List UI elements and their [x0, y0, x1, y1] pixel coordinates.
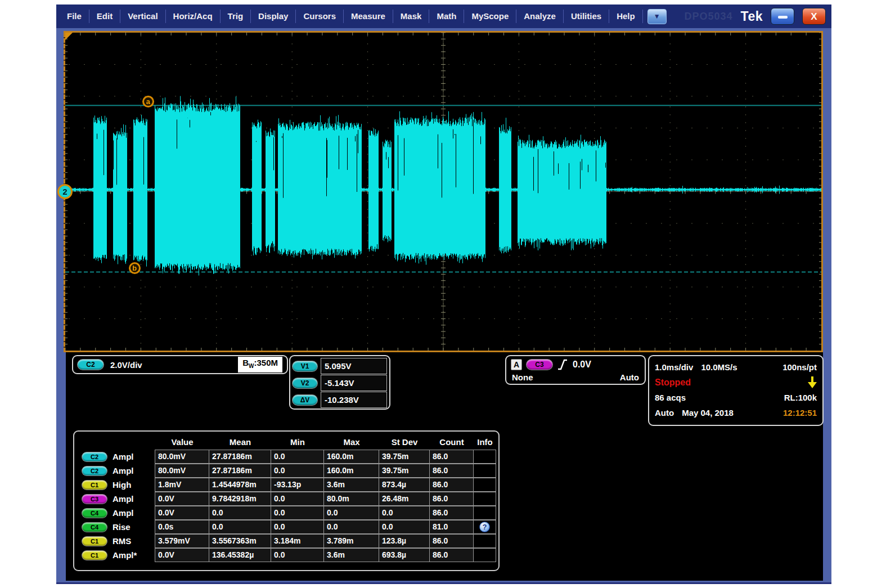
chevron-down-icon: ▼ — [654, 12, 660, 20]
menu-overflow-button[interactable]: ▼ — [647, 9, 667, 24]
cursor-b-marker[interactable]: b — [129, 262, 141, 274]
measurement-value: 0.0V — [155, 492, 209, 506]
trigger-source-badge: C3 — [527, 360, 552, 370]
trigger-sweep-mode: Auto — [620, 372, 639, 382]
menu-item-mask[interactable]: Mask — [393, 10, 430, 23]
tek-logo: Tek — [741, 9, 763, 24]
measurement-mean: 27.87186m — [209, 464, 271, 478]
trigger-type: None — [512, 372, 533, 382]
measurement-min: 0.0 — [271, 548, 324, 562]
measurement-column-header: Mean — [209, 435, 271, 450]
menu-item-horizacq[interactable]: Horiz/Acq — [166, 10, 221, 23]
measurement-value: 80.0mV — [155, 450, 209, 464]
measurement-rows: C2 Ampl 80.0mV 27.87186m 0.0 160.0m 39.7… — [75, 450, 497, 562]
date-label: May 04, 2018 — [682, 408, 734, 418]
measurement-count: 86.0 — [429, 534, 474, 548]
measurement-header-row: ValueMeanMinMaxSt DevCountInfo — [75, 435, 497, 450]
measurement-name: Rise — [113, 522, 131, 532]
menu-item-edit[interactable]: Edit — [89, 10, 120, 23]
measurement-stdev: 0.0 — [379, 506, 430, 520]
measurement-min: 0.0 — [271, 464, 324, 478]
info-help-icon[interactable]: ? — [479, 522, 490, 532]
measurement-row: C1 RMS 3.579mV 3.5567363m 3.184m 3.789m … — [75, 534, 497, 548]
menu-item-cursors[interactable]: Cursors — [296, 10, 344, 23]
measurement-value: 0.0V — [155, 506, 209, 520]
channel-scale: 2.0V/div — [110, 360, 142, 370]
trigger-readout-panel[interactable]: A C3 0.0V None Auto — [505, 355, 646, 385]
menu-item-math[interactable]: Math — [429, 10, 464, 23]
measurement-mean: 27.87186m — [209, 450, 271, 464]
measurement-row: C2 Ampl 80.0mV 27.87186m 0.0 160.0m 39.7… — [75, 450, 497, 464]
menu-item-measure[interactable]: Measure — [344, 10, 393, 23]
measurement-name: RMS — [113, 536, 131, 546]
measurement-stdev: 39.75m — [379, 450, 430, 464]
menu-items: FileEditVerticalHoriz/AcqTrigDisplayCurs… — [60, 5, 643, 28]
measurement-row: C4 Rise 0.0s 0.0 0.0 0.0 0.0 81.0 ? — [75, 520, 497, 534]
menu-item-trig[interactable]: Trig — [221, 10, 251, 23]
cursor-readout-panel[interactable]: V1 5.095V V2 -5.143V ΔV -10.238V — [289, 355, 390, 410]
measurement-mean: 9.7842918m — [209, 492, 271, 506]
channel-2-marker[interactable]: 2 — [57, 184, 73, 199]
cursor-value: 5.095V — [321, 358, 387, 374]
cursor-badge: V1 — [293, 361, 317, 371]
measurement-max: 0.0 — [323, 506, 379, 520]
measurement-stdev: 26.48m — [379, 492, 430, 506]
measurement-count: 86.0 — [429, 450, 474, 464]
cursor-value: -10.238V — [321, 392, 387, 408]
measurement-count: 86.0 — [429, 506, 474, 520]
horizontal-readout-panel[interactable]: 1.0ms/div 10.0MS/s 100ns/pt Stopped 86 a… — [648, 355, 824, 426]
measurement-stdev: 39.75m — [379, 464, 430, 478]
measurement-mean: 1.4544978m — [209, 478, 271, 492]
measurement-stdev: 0.0 — [379, 520, 430, 534]
download-arrow-icon — [808, 376, 817, 389]
measurement-name: High — [113, 480, 131, 490]
waveform-display[interactable]: 2 a b — [64, 31, 823, 352]
measurement-mean: 3.5567363m — [209, 534, 271, 548]
measurement-info-cell — [473, 492, 496, 506]
measurement-source-badge: C1 — [82, 481, 107, 490]
model-label: DPO5034 — [685, 11, 733, 23]
acquisition-status: Stopped — [655, 378, 691, 388]
measurement-min: 0.0 — [271, 450, 324, 464]
measurement-count: 86.0 — [429, 478, 474, 492]
measurement-name: Ampl — [113, 466, 134, 475]
status-area: C2 2.0V/div BW:350M V1 5.095V V2 -5.143V… — [66, 352, 823, 581]
menu-item-analyze[interactable]: Analyze — [516, 10, 564, 23]
bw-prefix: B — [242, 358, 249, 367]
measurement-max: 80.0m — [323, 492, 379, 506]
measurement-name: Ampl* — [113, 550, 137, 560]
measurement-info-cell — [473, 478, 496, 492]
measurement-row: C4 Ampl 0.0V 0.0 0.0 0.0 0.0 86.0 — [75, 506, 497, 520]
measurement-column-header: Count — [430, 435, 474, 450]
rising-edge-icon — [557, 358, 568, 371]
measurement-info-cell — [473, 464, 496, 478]
menu-item-vertical[interactable]: Vertical — [120, 10, 165, 23]
cursor-badge: ΔV — [293, 395, 317, 405]
menu-item-display[interactable]: Display — [251, 10, 296, 23]
measurement-value: 1.8mV — [155, 478, 209, 492]
measurement-row: C1 Ampl* 0.0V 136.45382µ 0.0 3.6m 693.8µ… — [75, 548, 497, 562]
timebase-scale: 1.0ms/div — [655, 362, 693, 372]
cursor-value: -5.143V — [321, 375, 387, 391]
minimize-button[interactable] — [771, 8, 794, 25]
measurement-info-cell — [473, 506, 496, 520]
measurement-count: 81.0 — [429, 520, 474, 534]
menu-item-utilities[interactable]: Utilities — [564, 10, 609, 23]
menu-item-file[interactable]: File — [60, 10, 89, 23]
measurement-column-header: Min — [271, 435, 324, 450]
minimize-icon — [778, 16, 788, 19]
acquisition-count: 86 acqs — [655, 393, 686, 402]
measurement-stdev: 873.4µ — [379, 478, 430, 492]
measurement-column-header: Info — [474, 435, 496, 450]
measurement-count: 86.0 — [429, 492, 474, 506]
measurement-max: 3.6m — [323, 548, 379, 562]
close-button[interactable]: X — [802, 8, 826, 25]
measurement-value: 80.0mV — [155, 464, 209, 478]
measurement-info-cell: ? — [473, 520, 496, 534]
measurement-source-badge: C4 — [82, 523, 107, 532]
measurement-stdev: 693.8µ — [379, 548, 430, 562]
menu-item-help[interactable]: Help — [609, 10, 643, 23]
channel-readout-panel[interactable]: C2 2.0V/div BW:350M — [72, 355, 288, 374]
menu-item-myscope[interactable]: MyScope — [464, 10, 516, 23]
measurement-min: 0.0 — [271, 506, 324, 520]
